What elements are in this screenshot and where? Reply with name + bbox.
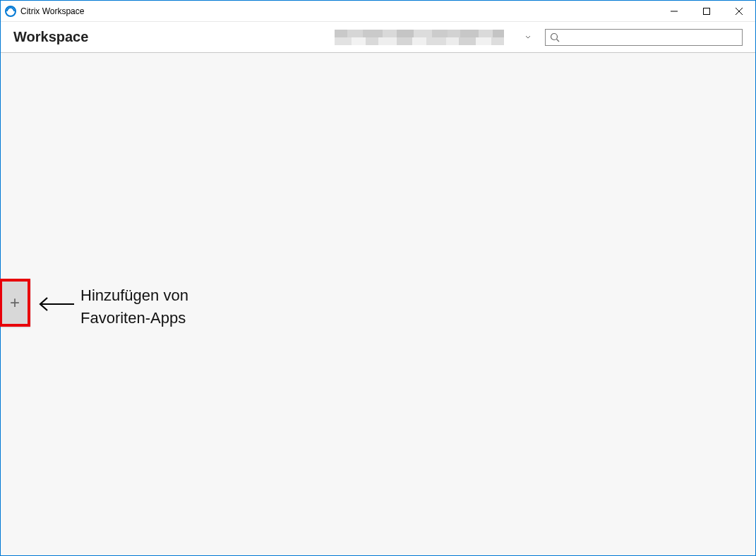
search-icon	[550, 32, 560, 42]
window-title: Citrix Workspace	[20, 6, 84, 16]
chevron-down-icon	[525, 35, 531, 40]
search-container[interactable]	[545, 29, 743, 46]
plus-icon: +	[10, 294, 20, 311]
minimize-icon	[671, 8, 678, 15]
brand-label: Workspace	[13, 29, 88, 45]
close-icon	[736, 8, 743, 15]
annotation-text: Hinzufügen von Favoriten-Apps	[80, 284, 188, 330]
svg-point-4	[551, 33, 558, 40]
content-area: + Hinzufügen von Favoriten-Apps	[1, 53, 755, 555]
titlebar: Citrix Workspace	[1, 1, 755, 22]
titlebar-left: Citrix Workspace	[1, 6, 658, 17]
svg-line-5	[557, 39, 560, 42]
window-controls	[658, 1, 755, 21]
maximize-button[interactable]	[690, 1, 723, 21]
add-favorites-button[interactable]: +	[0, 279, 30, 327]
annotation-line1: Hinzufügen von	[80, 284, 188, 307]
server-dropdown-caret-icon[interactable]	[525, 33, 531, 41]
app-window: Citrix Workspace Workspace	[0, 0, 756, 556]
annotation-line2: Favoriten-Apps	[80, 307, 188, 330]
toolbar: Workspace	[1, 22, 755, 53]
server-address-redacted	[335, 30, 518, 45]
close-button[interactable]	[723, 1, 755, 21]
minimize-button[interactable]	[658, 1, 690, 21]
citrix-logo-icon	[5, 6, 16, 17]
maximize-icon	[703, 8, 710, 15]
toolbar-center	[88, 30, 545, 45]
annotation-arrow-icon	[37, 296, 74, 315]
search-input[interactable]	[563, 32, 738, 42]
svg-rect-1	[704, 8, 710, 14]
